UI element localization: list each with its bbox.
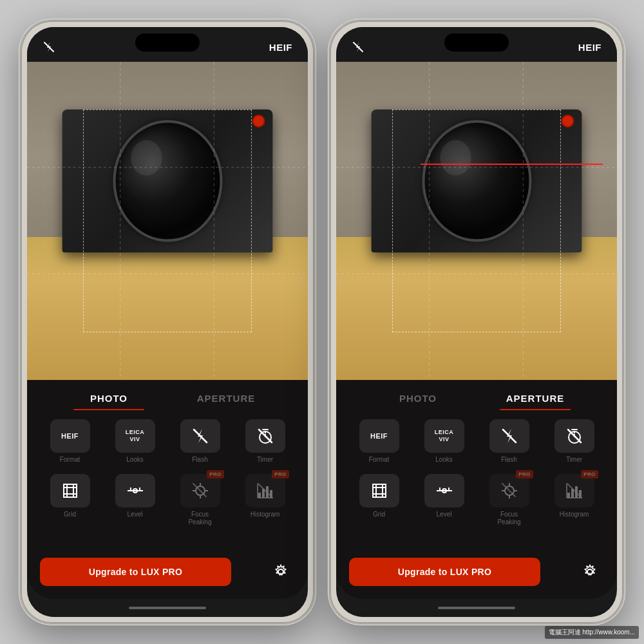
svg-rect-49: [373, 484, 386, 497]
table-surface-1: [27, 237, 308, 380]
camera-lens-2: [422, 120, 531, 242]
home-bar-1: [129, 607, 206, 609]
histogram-icon-box-1: PRO: [245, 474, 285, 507]
control-flash-1[interactable]: Flash: [170, 419, 230, 464]
control-histogram-1[interactable]: PRO Histogram: [235, 474, 295, 526]
control-format-1[interactable]: HEIF Format: [40, 419, 100, 464]
control-looks-2[interactable]: LEICAVIV Looks: [414, 419, 474, 464]
svg-rect-60: [567, 493, 570, 498]
settings-button-2[interactable]: [576, 558, 604, 586]
timer-icon-box-2: [554, 419, 594, 453]
timer-icon-2: [565, 427, 583, 445]
controls-row2-1: Grid Level: [37, 469, 298, 531]
upgrade-button-1[interactable]: Upgrade to LUX PRO: [40, 558, 231, 586]
control-level-1[interactable]: Level: [105, 474, 165, 526]
svg-line-34: [354, 43, 363, 52]
home-bar-2: [438, 607, 515, 609]
control-format-2[interactable]: HEIF Format: [349, 419, 409, 464]
leica-logo-2: [562, 115, 574, 128]
format-icon-box-2: HEIF: [359, 419, 399, 453]
grid-icon-box-2: [359, 474, 399, 507]
level-icon-box-1: [115, 474, 155, 507]
svg-line-39: [503, 430, 516, 442]
viewfinder-1[interactable]: [27, 62, 308, 380]
tab-photo-1[interactable]: PHOTO: [50, 389, 167, 408]
controls-row2-2: Grid Level: [346, 469, 607, 531]
flash-control-icon-1: [191, 427, 209, 445]
control-level-2[interactable]: Level: [414, 474, 474, 526]
focus-peaking-label-2: FocusPeaking: [497, 511, 520, 526]
svg-line-0: [44, 43, 53, 52]
phone-2: HEIF: [328, 19, 625, 625]
leica-logo-1: [252, 115, 265, 128]
control-grid-1[interactable]: Grid: [40, 474, 100, 526]
control-timer-1[interactable]: Timer: [235, 419, 295, 464]
control-focus-peaking-1[interactable]: PRO FocusPeaking: [170, 474, 230, 526]
settings-icon-2: [582, 564, 598, 580]
control-grid-2[interactable]: Grid: [349, 474, 409, 526]
camera-object-1: [62, 109, 273, 252]
level-icon-1: [126, 481, 145, 500]
format-value-1: HEIF: [61, 432, 79, 440]
viewfinder-2[interactable]: [336, 62, 617, 380]
controls-row1-1: HEIF Format LEICAVIV Looks: [37, 414, 298, 469]
bottom-panel-1: PHOTO APERTURE HEIF Format: [27, 380, 308, 599]
status-bar-2: HEIF: [336, 27, 617, 62]
camera-object-2: [372, 109, 582, 252]
table-surface-2: [336, 237, 617, 380]
flash-label-2: Flash: [501, 456, 516, 464]
looks-label-1: Looks: [126, 456, 144, 464]
phone-frame-2: HEIF: [328, 19, 625, 625]
flash-control-icon-2: [500, 427, 518, 445]
level-label-2: Level: [437, 511, 452, 518]
flash-icon-box-2: [489, 419, 529, 453]
upgrade-button-2[interactable]: Upgrade to LUX PRO: [349, 558, 540, 586]
grid-label-1: Grid: [64, 511, 76, 518]
focus-peaking-label-1: FocusPeaking: [188, 511, 211, 526]
control-focus-peaking-2[interactable]: PRO FocusPeaking: [479, 474, 539, 526]
control-flash-2[interactable]: Flash: [479, 419, 539, 464]
svg-rect-15: [64, 484, 77, 497]
control-histogram-2[interactable]: PRO Histogram: [544, 474, 604, 526]
pro-badge-focus-1: PRO: [207, 470, 223, 478]
tabs-row-1: PHOTO APERTURE: [37, 380, 298, 414]
status-left-1: [43, 41, 55, 53]
tabs-row-2: PHOTO APERTURE: [346, 380, 607, 414]
timer-label-1: Timer: [257, 456, 273, 464]
controls-row1-2: HEIF Format LEICAVIV Looks: [346, 414, 607, 469]
status-bar-1: HEIF: [27, 27, 308, 62]
grid-icon-2: [370, 481, 389, 500]
grid-icon-1: [61, 481, 80, 500]
format-value-2: HEIF: [370, 432, 388, 440]
focus-peaking-icon-2: [500, 481, 519, 500]
svg-rect-26: [258, 493, 261, 498]
dynamic-island-2: [444, 33, 509, 52]
looks-value-1: LEICAVIV: [126, 429, 145, 443]
control-timer-2[interactable]: Timer: [544, 419, 604, 464]
tab-aperture-1[interactable]: APERTURE: [167, 389, 285, 408]
histogram-label-2: Histogram: [560, 511, 589, 518]
timer-label-2: Timer: [566, 456, 582, 464]
tab-aperture-2[interactable]: APERTURE: [477, 389, 594, 408]
grid-label-2: Grid: [373, 511, 385, 518]
home-indicator-1: [27, 599, 308, 617]
control-looks-1[interactable]: LEICAVIV Looks: [105, 419, 165, 464]
bottom-panel-2: PHOTO APERTURE HEIF Format: [336, 380, 617, 599]
svg-line-5: [194, 430, 207, 442]
format-indicator-2: HEIF: [578, 42, 601, 53]
settings-icon-1: [272, 564, 289, 580]
dynamic-island-1: [135, 33, 200, 52]
tab-photo-2[interactable]: PHOTO: [359, 389, 477, 408]
histogram-icon-2: [565, 481, 584, 500]
home-indicator-2: [336, 599, 617, 617]
phone-screen-1: HEIF: [27, 27, 308, 617]
focus-peaking-icon-box-2: PRO: [489, 474, 529, 507]
level-icon-2: [435, 481, 454, 500]
looks-value-2: LEICAVIV: [435, 429, 454, 443]
pro-badge-focus-2: PRO: [516, 470, 533, 478]
flash-off-icon-2: [352, 41, 365, 53]
status-left-2: [352, 41, 365, 53]
camera-body-1: [62, 109, 273, 252]
settings-button-1[interactable]: [267, 558, 295, 586]
timer-icon-box-1: [245, 419, 285, 453]
